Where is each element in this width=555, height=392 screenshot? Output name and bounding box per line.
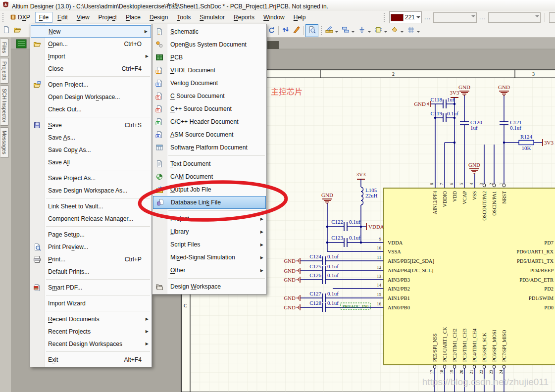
new-submenu-item-c-source-document[interactable]: CC++ Source Document bbox=[152, 102, 266, 115]
menubar-help[interactable]: Help bbox=[290, 12, 310, 23]
chevron-down-icon[interactable] bbox=[401, 31, 404, 34]
color-picker[interactable]: 221 bbox=[389, 11, 422, 23]
menu-item-label: Link Sheet to Vault... bbox=[48, 203, 142, 210]
net-label-tools-button[interactable] bbox=[389, 25, 400, 36]
file-menu-item-save-all[interactable]: Save All bbox=[30, 156, 151, 168]
new-submenu-item-schematic[interactable]: Schematic bbox=[152, 25, 266, 38]
file-menu-item-recent-design-workspaces[interactable]: Recent Design Workspaces▶ bbox=[30, 338, 151, 350]
new-submenu-item-output-job-file[interactable]: Output Job File bbox=[152, 183, 266, 196]
file-menu-item-smart-pdf[interactable]: Smart PDF... bbox=[30, 281, 151, 294]
menu-item-label: CAM Document bbox=[170, 173, 256, 180]
new-submenu-item-project[interactable]: Project▶ bbox=[152, 212, 266, 225]
menubar-file[interactable]: File bbox=[35, 12, 52, 23]
chevron-down-icon[interactable] bbox=[416, 16, 420, 20]
more-button[interactable]: ... bbox=[479, 14, 486, 21]
file-menu-item-import-wizard[interactable]: Import Wizard bbox=[30, 297, 151, 309]
toolbar-grip[interactable] bbox=[1, 13, 4, 22]
panel-tab-sch-inspector[interactable]: SCH Inspector bbox=[0, 85, 9, 126]
toolbar-combo-3[interactable] bbox=[549, 12, 555, 23]
new-submenu-item-cam-document[interactable]: CAM Document bbox=[152, 170, 266, 183]
grid-tools-button[interactable] bbox=[405, 25, 416, 36]
toolbar-combo-1[interactable] bbox=[433, 12, 477, 23]
part-tools-button[interactable] bbox=[373, 25, 384, 36]
new-submenu-item-database-link-file[interactable]: Database Link File bbox=[153, 196, 266, 209]
menubar-view[interactable]: View bbox=[73, 12, 94, 23]
toolbar-grip[interactable] bbox=[383, 13, 385, 22]
open-folder-button[interactable] bbox=[12, 25, 23, 36]
new-submenu-item-software-platform-document[interactable]: Software Platform Document bbox=[152, 141, 266, 154]
toolbar-grip[interactable] bbox=[320, 26, 322, 35]
file-menu-item-page-setup[interactable]: Page Setup... bbox=[30, 228, 151, 241]
file-menu-item-exit[interactable]: ExitAlt+F4 bbox=[30, 353, 151, 366]
new-submenu-item-openbus-system-document[interactable]: OpenBus System Document bbox=[152, 38, 266, 51]
file-menu-item-recent-projects[interactable]: Recent Projects▶ bbox=[30, 325, 151, 338]
sheet-zone-label: C bbox=[184, 303, 187, 308]
bus-tools-button[interactable] bbox=[340, 25, 351, 36]
file-menu-item-check-out[interactable]: Check Out... bbox=[30, 103, 151, 115]
menubar-tools[interactable]: Tools bbox=[173, 12, 195, 23]
menubar-simulator[interactable]: Simulator bbox=[196, 12, 229, 23]
file-menu-item-close[interactable]: CloseCtrl+F4 bbox=[30, 62, 151, 75]
file-menu-item-open-project[interactable]: Open Project... bbox=[30, 78, 151, 91]
menubar-dxp[interactable]: DXP bbox=[6, 12, 34, 23]
file-menu-item-save-as[interactable]: Save As... bbox=[30, 131, 151, 144]
file-menu-item-import[interactable]: Import▶ bbox=[30, 50, 151, 62]
more-colors-button[interactable]: ... bbox=[424, 14, 431, 21]
redo-button[interactable] bbox=[266, 25, 277, 36]
new-submenu-item-c-source-document[interactable]: CC Source Document bbox=[152, 90, 266, 102]
new-submenu-item-script-files[interactable]: Script Files▶ bbox=[152, 238, 266, 251]
file-menu-item-save[interactable]: SaveCtrl+S bbox=[30, 119, 151, 131]
file-menu-item-save-design-workspace-as[interactable]: Save Design Workspace As... bbox=[30, 184, 151, 196]
power-port-tools-button[interactable] bbox=[356, 25, 367, 36]
menubar-design[interactable]: Design bbox=[146, 12, 172, 23]
directional-wires-button[interactable] bbox=[280, 25, 291, 36]
menubar-project[interactable]: Project bbox=[95, 12, 121, 23]
file-menu-item-save-project-as[interactable]: Save Project As... bbox=[30, 172, 151, 184]
chevron-down-icon[interactable] bbox=[417, 31, 420, 34]
menubar-window[interactable]: Window bbox=[259, 12, 289, 23]
new-submenu-item-asm-source-document[interactable]: AASM Source Document bbox=[152, 128, 266, 141]
file-menu-item-save-copy-as[interactable]: Save Copy As... bbox=[30, 144, 151, 156]
menubar-reports[interactable]: Reports bbox=[230, 12, 258, 23]
menu-item-label: Exit bbox=[48, 356, 117, 363]
file-menu-item-default-prints[interactable]: Default Prints... bbox=[30, 265, 151, 278]
file-menu-item-component-release-manager[interactable]: Component Release Manager... bbox=[30, 212, 151, 225]
chevron-down-icon[interactable] bbox=[352, 31, 354, 34]
net-label-gnd: GND bbox=[284, 258, 296, 264]
wiring-tools-button[interactable] bbox=[324, 25, 335, 36]
file-menu-item-link-sheet-to-vault[interactable]: Link Sheet to Vault... bbox=[30, 200, 151, 212]
new-submenu-item-vhdl-document[interactable]: VVHDL Document bbox=[152, 64, 266, 77]
new-submenu-item-design-workspace[interactable]: Design Workspace bbox=[152, 280, 266, 293]
file-menu-item-new[interactable]: New▶ bbox=[31, 25, 151, 38]
new-submenu-item-other[interactable]: Other▶ bbox=[152, 264, 266, 277]
new-submenu-item-verilog-document[interactable]: VVerilog Document bbox=[152, 77, 266, 90]
menubar-edit[interactable]: Edit bbox=[53, 12, 72, 23]
document-zoom-button[interactable] bbox=[305, 24, 318, 37]
highlight-brush-button[interactable] bbox=[291, 25, 302, 36]
menu-item-label: Recent Documents bbox=[48, 316, 142, 323]
chevron-down-icon[interactable] bbox=[335, 31, 338, 34]
new-submenu-item-mixed-signal-simulation[interactable]: Mixed-Signal Simulation▶ bbox=[152, 251, 266, 264]
file-menu-item-recent-documents[interactable]: Recent Documents▶ bbox=[30, 313, 151, 325]
chip-pin-name: OSCIN/PA1 bbox=[492, 191, 497, 216]
menubar-place[interactable]: Place bbox=[122, 12, 145, 23]
new-submenu-item-text-document[interactable]: Text Document bbox=[152, 157, 266, 170]
panel-tab-files[interactable]: Files bbox=[0, 39, 9, 56]
new-submenu-item-pcb[interactable]: PCB bbox=[152, 51, 266, 64]
new-document-button[interactable] bbox=[1, 25, 12, 36]
panel-tab-projects[interactable]: Projects bbox=[0, 58, 9, 84]
chevron-down-icon[interactable] bbox=[535, 15, 539, 19]
chevron-down-icon[interactable] bbox=[471, 15, 475, 19]
file-menu-item-open[interactable]: Open...Ctrl+O bbox=[30, 38, 151, 50]
file-menu-item-print[interactable]: Print...Ctrl+P bbox=[30, 253, 151, 265]
chevron-down-icon[interactable] bbox=[384, 31, 387, 34]
menu-separator bbox=[168, 210, 265, 211]
toolbar-combo-2[interactable] bbox=[488, 12, 541, 23]
new-submenu-item-library[interactable]: Library▶ bbox=[152, 225, 266, 238]
new-submenu-item-c-c-header-document[interactable]: hC/C++ Header Document bbox=[152, 115, 266, 128]
chevron-down-icon[interactable] bbox=[368, 31, 371, 34]
file-menu-item-print-preview[interactable]: Print Preview... bbox=[30, 241, 151, 253]
file-menu-item-open-design-workspace[interactable]: Open Design Workspace... bbox=[30, 91, 151, 103]
mcu-component[interactable] bbox=[384, 188, 555, 365]
panel-tab-messages[interactable]: Messages bbox=[0, 127, 9, 158]
